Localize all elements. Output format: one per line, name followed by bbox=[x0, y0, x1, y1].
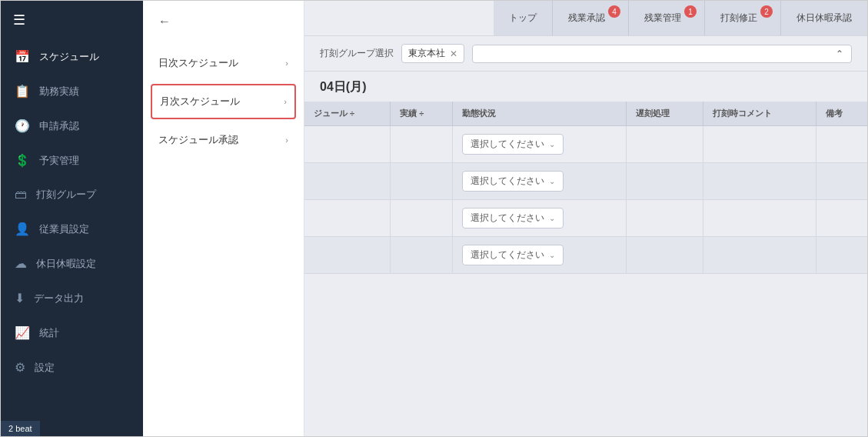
chevron-right-icon: › bbox=[284, 97, 287, 106]
col-notes: 備考 bbox=[816, 102, 867, 126]
cell-late bbox=[627, 126, 703, 163]
sidebar-item-label: 統計 bbox=[39, 326, 59, 340]
submenu-items: 日次スケジュール › 月次スケジュール › スケジュール承認 › bbox=[143, 39, 304, 436]
cell-schedule bbox=[304, 237, 391, 274]
cell-comment bbox=[703, 163, 816, 200]
filter-tag[interactable]: 東京本社 ✕ bbox=[401, 44, 464, 63]
cell-comment bbox=[703, 237, 816, 274]
tab-overtime-approval[interactable]: 残業承認 4 bbox=[552, 1, 628, 35]
sidebar: ☰ 📅 スケジュール 📋 勤務実績 🕐 申請承認 💲 予実管理 🗃 打 bbox=[1, 1, 143, 436]
back-arrow-icon: ← bbox=[158, 15, 171, 28]
sidebar-item-data-output[interactable]: ⬇ データ出力 bbox=[1, 281, 143, 315]
sidebar-item-label: 設定 bbox=[35, 361, 55, 375]
cell-actual bbox=[391, 126, 453, 163]
sidebar-item-label: データ出力 bbox=[34, 292, 84, 305]
sidebar-item-employee[interactable]: 👤 従業員設定 bbox=[1, 212, 143, 246]
sidebar-header: ☰ bbox=[1, 1, 143, 39]
date-text: 04日(月) bbox=[320, 80, 366, 93]
sidebar-item-work-record[interactable]: 📋 勤務実績 bbox=[1, 74, 143, 108]
cell-notes bbox=[816, 200, 867, 237]
sidebar-item-schedule[interactable]: 📅 スケジュール bbox=[1, 39, 143, 74]
badge-overtime-management: 1 bbox=[684, 5, 697, 18]
submenu-item-label: 日次スケジュール bbox=[158, 56, 238, 70]
download-icon: ⬇ bbox=[15, 291, 25, 305]
date-header: 04日(月) bbox=[304, 72, 867, 102]
table-row: 選択してください ⌄ bbox=[304, 126, 867, 163]
sidebar-item-label: 打刻グループ bbox=[36, 188, 96, 202]
tab-overtime-management[interactable]: 残業管理 1 bbox=[628, 1, 704, 35]
submenu-monthly-schedule[interactable]: 月次スケジュール › bbox=[151, 84, 296, 119]
table-header-row: ジュール ÷ 実績 ÷ 勤態状況 遅刻処理 打刻時コメント bbox=[304, 102, 867, 126]
select-arrow-icon: ⌄ bbox=[549, 214, 555, 222]
cell-comment bbox=[703, 126, 816, 163]
sidebar-item-holiday[interactable]: ☁ 休日休暇設定 bbox=[1, 246, 143, 281]
tab-label: 残業承認 bbox=[568, 12, 605, 25]
badge-overtime-approval: 4 bbox=[608, 5, 620, 18]
attendance-select-btn[interactable]: 選択してください ⌄ bbox=[462, 171, 564, 192]
cell-late bbox=[627, 200, 703, 237]
sidebar-item-approval[interactable]: 🕐 申請承認 bbox=[1, 108, 143, 143]
attendance-select-btn[interactable]: 選択してください ⌄ bbox=[462, 208, 564, 229]
top-nav-tabs: トップ 残業承認 4 残業管理 1 打刻修正 2 休日休暇承認 bbox=[494, 1, 867, 35]
sidebar-item-label: 従業員設定 bbox=[39, 222, 89, 236]
cell-attendance: 選択してください ⌄ bbox=[453, 237, 627, 274]
dollar-icon: 💲 bbox=[15, 153, 30, 168]
attendance-select-btn[interactable]: 選択してください ⌄ bbox=[462, 245, 564, 265]
table-row: 選択してください ⌄ bbox=[304, 237, 867, 274]
sidebar-item-settings[interactable]: ⚙ 設定 bbox=[1, 350, 143, 385]
select-btn-label: 選択してください bbox=[471, 175, 544, 188]
filter-select-arrow: ⌃ bbox=[836, 48, 843, 59]
hamburger-icon[interactable]: ☰ bbox=[13, 12, 25, 28]
clock-icon: 🕐 bbox=[15, 118, 30, 133]
sidebar-item-stats[interactable]: 📈 統計 bbox=[1, 315, 143, 350]
badge-punch-correction: 2 bbox=[760, 5, 773, 18]
col-attendance: 勤態状況 bbox=[453, 102, 627, 126]
cell-actual bbox=[391, 200, 453, 237]
filter-select[interactable]: ⌃ bbox=[472, 45, 852, 63]
cell-late bbox=[627, 163, 703, 200]
tab-label: 打刻修正 bbox=[720, 12, 757, 25]
cell-attendance: 選択してください ⌄ bbox=[453, 126, 627, 163]
sidebar-item-label: 休日休暇設定 bbox=[36, 257, 96, 271]
cloud-icon: ☁ bbox=[15, 256, 27, 271]
submenu-daily-schedule[interactable]: 日次スケジュール › bbox=[143, 45, 304, 81]
col-schedule: ジュール ÷ bbox=[304, 102, 391, 126]
chart-icon: 📈 bbox=[15, 325, 30, 340]
tab-holiday-approval[interactable]: 休日休暇承認 bbox=[780, 1, 867, 35]
attendance-select-btn[interactable]: 選択してください ⌄ bbox=[462, 134, 564, 155]
filter-tag-close-icon[interactable]: ✕ bbox=[450, 48, 457, 59]
cell-comment bbox=[703, 200, 816, 237]
filter-label: 打刻グループ選択 bbox=[320, 47, 394, 60]
cell-notes bbox=[816, 237, 867, 274]
cell-actual bbox=[391, 237, 453, 274]
gear-icon: ⚙ bbox=[15, 360, 25, 375]
cell-schedule bbox=[304, 126, 391, 163]
col-punch-comment: 打刻時コメント bbox=[703, 102, 816, 126]
beat-label: 2 beat bbox=[1, 421, 40, 436]
table-row: 選択してください ⌄ bbox=[304, 163, 867, 200]
cell-attendance: 選択してください ⌄ bbox=[453, 200, 627, 237]
select-arrow-icon: ⌄ bbox=[549, 177, 555, 185]
back-button[interactable]: ← bbox=[143, 1, 304, 39]
sidebar-item-punch-group[interactable]: 🗃 打刻グループ bbox=[1, 178, 143, 212]
table-body: 選択してください ⌄ 選択してください bbox=[304, 126, 867, 274]
checklist-icon: 📋 bbox=[15, 84, 30, 98]
submenu-schedule-approval[interactable]: スケジュール承認 › bbox=[143, 122, 304, 158]
tab-top[interactable]: トップ bbox=[494, 1, 552, 35]
submenu-item-label: スケジュール承認 bbox=[158, 133, 238, 147]
calendar-icon: 📅 bbox=[15, 49, 30, 64]
data-table: ジュール ÷ 実績 ÷ 勤態状況 遅刻処理 打刻時コメント bbox=[304, 102, 867, 274]
select-btn-label: 選択してください bbox=[471, 138, 544, 151]
filter-tag-text: 東京本社 bbox=[408, 47, 445, 60]
tab-punch-correction[interactable]: 打刻修正 2 bbox=[704, 1, 780, 35]
sidebar-item-label: スケジュール bbox=[39, 50, 99, 64]
col-late-processing: 遅刻処理 bbox=[627, 102, 703, 126]
chevron-right-icon: › bbox=[285, 58, 288, 68]
cell-actual bbox=[391, 163, 453, 200]
filter-bar: 打刻グループ選択 東京本社 ✕ ⌃ bbox=[304, 36, 867, 72]
sidebar-item-label: 勤務実績 bbox=[39, 85, 79, 98]
sidebar-item-budget[interactable]: 💲 予実管理 bbox=[1, 143, 143, 178]
tab-label: トップ bbox=[509, 12, 537, 25]
submenu-panel: ← 日次スケジュール › 月次スケジュール › スケジュール承認 › bbox=[143, 1, 304, 436]
cell-schedule bbox=[304, 200, 391, 237]
